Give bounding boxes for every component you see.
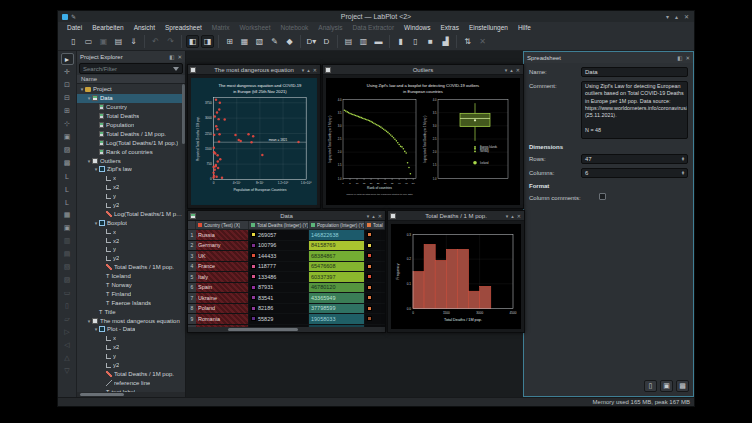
tree-item-total-deaths-1m-pop-[interactable]: Total Deaths / 1M pop.: [77, 370, 185, 379]
cell-deaths-per-1m[interactable]: [365, 251, 385, 261]
histogram-canvas[interactable]: 0.00.10.20.30150030004500FrequencyTotal …: [391, 224, 521, 329]
scatter-plot-canvas[interactable]: The most dangerous equation and COVID-19…: [191, 78, 317, 205]
new-spreadsheet-icon[interactable]: ⊞: [223, 35, 236, 48]
toggle-project-explorer-icon[interactable]: ◧: [186, 35, 199, 48]
new-notebook-icon[interactable]: ✎: [268, 35, 281, 48]
cell-country[interactable]: Poland: [196, 304, 249, 314]
add-legend-icon[interactable]: ▨: [61, 274, 74, 286]
table-row[interactable]: 3UK14443368384867: [188, 251, 385, 262]
table-row[interactable]: 5Italy13348660337397: [188, 272, 385, 283]
close-icon[interactable]: ✕: [684, 13, 689, 20]
menu-item-notebook[interactable]: Notebook: [276, 24, 314, 31]
cell-population[interactable]: 68384867: [309, 251, 365, 261]
cell-country[interactable]: Spain: [196, 283, 249, 293]
tree-item-y[interactable]: y: [77, 192, 185, 201]
zoom-in-icon[interactable]: L: [61, 170, 74, 182]
subwindow-titlebar[interactable]: Total Deaths / 1 M pop. ▾▴✕: [388, 211, 524, 221]
auto-scale-x-icon[interactable]: ▨: [61, 144, 74, 156]
add-image-icon[interactable]: ▯: [61, 300, 74, 312]
cell-population[interactable]: 146822638: [309, 230, 365, 240]
insert-row-below-icon[interactable]: ▥: [357, 35, 370, 48]
tree-item-zipf-s-law[interactable]: ▾Zipf's law: [77, 165, 185, 174]
cell-deaths-per-1m[interactable]: [365, 272, 385, 282]
worksheet-view[interactable]: The most dangerous equation and COVID-19…: [188, 75, 320, 208]
cell-country[interactable]: Russia: [196, 230, 249, 240]
cell-population[interactable]: 37798599: [309, 304, 365, 314]
subwindow-menu-icon[interactable]: ▾: [302, 67, 305, 73]
save-template-button[interactable]: ▣: [660, 380, 673, 392]
subwindow-menu-icon[interactable]: ▾: [367, 213, 370, 219]
add-curve-icon[interactable]: ▦: [61, 209, 74, 221]
zoom-out-icon[interactable]: L: [61, 183, 74, 195]
cell-population[interactable]: 60337397: [309, 272, 365, 282]
zoom-y-select-icon[interactable]: ⊞: [61, 105, 74, 117]
subwindow-maximize-icon[interactable]: ▴: [372, 213, 375, 219]
tree-horizontal-scrollbar[interactable]: [77, 392, 185, 397]
tree-item-x[interactable]: x: [77, 334, 185, 343]
spreadsheet-view[interactable]: Country (Text) (X)Total Deaths (Integer)…: [188, 221, 385, 332]
cell-population[interactable]: 43365949: [309, 293, 365, 303]
spreadsheet-window-data[interactable]: Data ▾▴✕ Country (Text) (X)Total Deaths …: [187, 210, 386, 333]
cell-deaths-per-1m[interactable]: [365, 314, 385, 324]
tree-item-log-total-deaths-1-m-pop-[interactable]: Log(Total Deaths/1 M pop.): [77, 209, 185, 218]
undo-icon[interactable]: ↶: [149, 35, 162, 48]
tree-item-the-most-dangerous-equation[interactable]: ▾The most dangerous equation: [77, 316, 185, 325]
cell-country[interactable]: Germany: [196, 241, 249, 251]
auto-scale-y-icon[interactable]: ▩: [61, 157, 74, 169]
subwindow-titlebar[interactable]: Outliers ▾▴✕: [323, 65, 523, 75]
new-datapicker-icon[interactable]: D: [320, 35, 333, 48]
insert-row-above-icon[interactable]: ▤: [342, 35, 355, 48]
add-axis-icon[interactable]: ▧: [61, 261, 74, 273]
show-comments-button[interactable]: ▯: [644, 380, 657, 392]
cell-country[interactable]: Romania: [196, 314, 249, 324]
properties-dock-header[interactable]: Spreadsheet ◧ ✕: [524, 52, 693, 63]
maximize-icon[interactable]: ▴: [675, 13, 678, 20]
add-equation-curve-icon[interactable]: ▣: [61, 222, 74, 234]
tree-item-boxplot[interactable]: ▾Boxplot: [77, 218, 185, 227]
column-header-3[interactable]: Population (Integer) (Y): [309, 221, 365, 229]
cell-total-deaths[interactable]: 118777: [249, 262, 309, 272]
tree-item-iceland[interactable]: TIceland: [77, 272, 185, 281]
move-tool-icon[interactable]: ✛: [61, 66, 74, 78]
column-header-0[interactable]: [188, 221, 196, 229]
open-project-icon[interactable]: ▭: [82, 35, 95, 48]
cell-total-deaths[interactable]: 83541: [249, 293, 309, 303]
menu-item-ansicht[interactable]: Ansicht: [129, 24, 160, 31]
columns-spinbox[interactable]: 6▲▼: [581, 168, 688, 178]
new-project-icon[interactable]: ▯: [67, 35, 80, 48]
worksheet-window-outliers[interactable]: Outliers ▾▴✕ Using Zipf's law and a boxp…: [322, 64, 524, 209]
cell-country[interactable]: France: [196, 262, 249, 272]
tree-item-total-deaths-1m-pop-[interactable]: Total Deaths / 1M pop.: [77, 263, 185, 272]
cell-country[interactable]: Italy: [196, 272, 249, 282]
tree-item-title[interactable]: TTitle: [77, 307, 185, 316]
menu-item-extras[interactable]: Extras: [435, 24, 463, 31]
menu-item-worksheet[interactable]: Worksheet: [235, 24, 276, 31]
zoom-fit-icon[interactable]: L: [61, 196, 74, 208]
tree-item-x2[interactable]: x2: [77, 236, 185, 245]
insert-column-right-icon[interactable]: ▯: [409, 35, 422, 48]
tree-item-norway[interactable]: TNorway: [77, 281, 185, 290]
tree-column-header[interactable]: Name: [77, 75, 185, 84]
subwindow-titlebar[interactable]: Data ▾▴✕: [188, 211, 385, 221]
menu-item-hilfe[interactable]: Hilfe: [513, 24, 536, 31]
column-comments-checkbox[interactable]: [599, 193, 606, 200]
navigate-tool-icon[interactable]: ►: [61, 53, 74, 65]
tree-item-rank-of-countries[interactable]: Rank of countries: [77, 147, 185, 156]
table-row[interactable]: 6Spain8793146780120: [188, 283, 385, 294]
new-matrix-icon[interactable]: ▦: [238, 35, 251, 48]
tree-item-y2[interactable]: y2: [77, 201, 185, 210]
shift-up-icon[interactable]: △: [61, 352, 74, 364]
subwindow-menu-icon[interactable]: ▾: [505, 67, 508, 73]
menu-item-datei[interactable]: Datei: [62, 24, 87, 31]
worksheet-view[interactable]: 0.00.10.20.30150030004500FrequencyTotal …: [388, 221, 524, 332]
cell-deaths-per-1m[interactable]: [365, 293, 385, 303]
dock-close-icon[interactable]: ✕: [685, 55, 690, 61]
subwindow-maximize-icon[interactable]: ▴: [510, 67, 513, 73]
add-reference-line-icon[interactable]: ▱: [61, 313, 74, 325]
tree-item-data[interactable]: ▾Data: [77, 94, 185, 103]
cell-country[interactable]: UK: [196, 251, 249, 261]
table-row[interactable]: 4France11877765476608: [188, 262, 385, 273]
remove-columns-icon[interactable]: ■: [424, 35, 437, 48]
tree-item-population[interactable]: Population: [77, 121, 185, 130]
cell-total-deaths[interactable]: 133486: [249, 272, 309, 282]
